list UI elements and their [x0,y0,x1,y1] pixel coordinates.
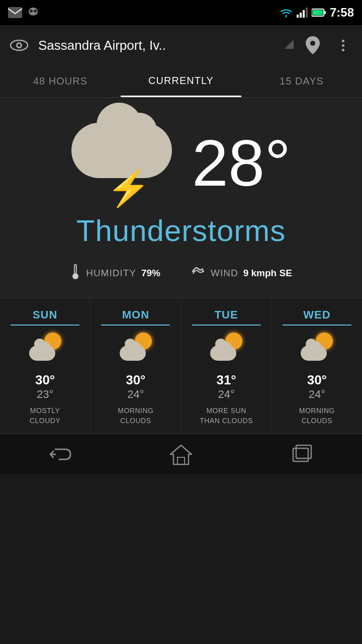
svg-rect-22 [293,448,308,461]
svg-rect-23 [296,445,311,458]
wind-detail: WIND 9 kmph SE [191,264,292,282]
alien-icon [27,7,39,19]
day-sun-label: SUN [33,308,57,321]
day-sun-high: 30° [35,372,55,388]
svg-rect-4 [297,15,299,18]
day-wed-desc: MORNINGCLOUDS [299,406,335,426]
lightning-icon: ⚡ [107,171,150,206]
tab-currently[interactable]: CURRENTLY [121,65,241,97]
tab-bar: 48 HOURS CURRENTLY 15 DAYS [0,65,362,98]
location-title: Sassandra Airport, Iv.. [38,38,277,53]
status-time: 7:58 [330,6,354,20]
home-button[interactable] [161,442,201,467]
svg-rect-21 [177,457,185,464]
status-right-icons: 7:58 [280,6,354,20]
day-wed-underline [283,325,351,326]
svg-rect-0 [8,7,22,18]
svg-point-19 [192,270,194,272]
status-left-icons [8,7,39,19]
bottom-nav [0,434,362,474]
forecast-icon-sun [29,333,61,366]
day-tue-desc: MORE SUNTHAN CLOUDS [200,406,253,426]
svg-rect-10 [313,10,323,15]
svg-point-20 [202,270,204,272]
svg-marker-14 [285,40,294,49]
forecast-row: SUN 30° 23° MOSTLYCLOUDY MON 30° 24° MOR… [0,298,362,434]
svg-point-2 [30,10,33,13]
day-wed-low: 24° [309,388,325,401]
day-mon-high: 30° [126,372,145,388]
forecast-icon-mon [120,333,152,366]
battery-icon [312,8,326,17]
wind-icon [191,264,206,282]
weather-details: HUMIDITY 79% WIND 9 kmph SE [70,263,292,283]
back-button[interactable] [40,442,80,467]
signal-icon [297,8,308,18]
svg-rect-7 [306,8,308,18]
recents-button[interactable] [282,442,322,467]
signal-small-icon [285,40,294,51]
wind-value: 9 kmph SE [243,268,292,279]
svg-rect-18 [75,265,76,273]
day-tue-label: TUE [215,308,238,321]
weather-condition-icon: ⚡ [71,118,182,208]
day-sun-underline [11,325,79,326]
svg-rect-6 [303,10,305,18]
status-bar: 7:58 [0,0,362,25]
day-mon-label: MON [122,308,149,321]
humidity-value: 79% [141,268,160,279]
wind-label: WIND [211,268,238,279]
condition-text: Thunderstorms [76,213,286,248]
day-tue-low: 24° [218,388,234,401]
svg-point-3 [34,10,37,13]
tab-15days[interactable]: 15 DAYS [241,65,362,97]
humidity-label: HUMIDITY [86,268,136,279]
day-sun-low: 23° [37,388,53,401]
day-wed-label: WED [303,308,330,321]
svg-point-15 [310,41,315,46]
weather-top: ⚡ 28° [71,118,291,208]
forecast-icon-wed [301,333,333,366]
day-sun-desc: MOSTLYCLOUDY [30,406,60,426]
top-bar: Sassandra Airport, Iv.. [0,25,362,65]
eye-icon[interactable] [8,34,30,56]
main-weather-panel: ⚡ 28° Thunderstorms HUMIDITY 79% [0,98,362,298]
forecast-day-wed: WED 30° 24° MORNINGCLOUDS [272,298,362,434]
forecast-day-mon: MON 30° 24° MORNINGCLOUDS [90,298,181,434]
day-tue-underline [192,325,261,326]
day-mon-underline [101,325,170,326]
forecast-day-sun: SUN 30° 23° MOSTLYCLOUDY [0,298,90,434]
location-pin-icon[interactable] [302,34,324,56]
day-tue-high: 31° [216,372,236,388]
humidity-detail: HUMIDITY 79% [70,263,160,283]
day-mon-low: 24° [127,388,144,401]
wifi-icon [280,8,293,18]
more-menu-icon[interactable] [332,34,354,56]
thermometer-icon [70,263,81,283]
day-mon-desc: MORNINGCLOUDS [118,406,153,426]
temperature-display: 28° [192,130,291,196]
svg-point-17 [72,273,78,279]
tab-48hours[interactable]: 48 HOURS [0,65,121,97]
svg-point-13 [18,44,21,47]
svg-rect-9 [324,11,326,14]
day-wed-high: 30° [307,372,327,388]
svg-rect-5 [300,13,302,18]
gmail-icon [8,7,22,18]
forecast-icon-tue [210,333,242,366]
forecast-day-tue: TUE 31° 24° MORE SUNTHAN CLOUDS [182,298,272,434]
